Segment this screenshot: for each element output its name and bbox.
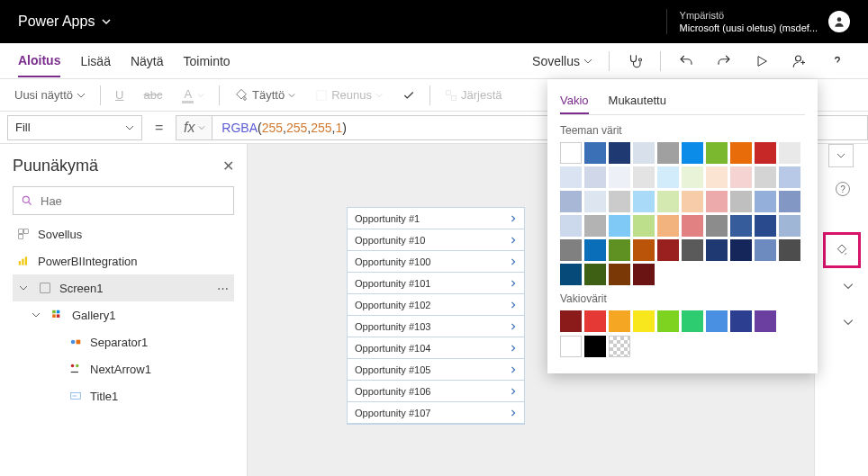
- tab-action[interactable]: Toiminto: [184, 46, 231, 76]
- chevron-down-icon[interactable]: [843, 281, 854, 292]
- tree-item-gallery1[interactable]: Gallery1: [13, 301, 234, 328]
- color-swatch[interactable]: [609, 191, 630, 212]
- color-swatch[interactable]: [682, 215, 703, 237]
- color-swatch[interactable]: [779, 142, 800, 164]
- color-swatch[interactable]: [682, 142, 703, 164]
- color-swatch[interactable]: [657, 142, 679, 164]
- color-swatch[interactable]: [584, 166, 606, 188]
- property-selector[interactable]: Fill: [7, 115, 142, 140]
- color-swatch[interactable]: [779, 239, 800, 261]
- color-swatch[interactable]: [755, 310, 776, 332]
- gallery-preview[interactable]: Opportunity #1Opportunity #10Opportunity…: [347, 207, 525, 425]
- color-swatch[interactable]: [755, 215, 776, 237]
- color-swatch[interactable]: [633, 264, 655, 285]
- info-button[interactable]: ?: [836, 182, 850, 196]
- fill-button[interactable]: Täyttö: [229, 85, 301, 106]
- color-swatch[interactable]: [657, 310, 679, 332]
- color-swatch[interactable]: [706, 191, 728, 212]
- color-swatch[interactable]: [779, 191, 800, 212]
- color-swatch[interactable]: [560, 310, 582, 332]
- brand[interactable]: Power Apps: [18, 13, 111, 30]
- color-swatch[interactable]: [755, 191, 776, 212]
- color-swatch[interactable]: [633, 239, 655, 261]
- color-swatch[interactable]: [560, 166, 582, 188]
- color-swatch[interactable]: [609, 215, 630, 237]
- environment-picker[interactable]: Ympäristö Microsoft (uusi oletus) (msdef…: [666, 9, 818, 35]
- color-swatch[interactable]: [657, 166, 679, 188]
- color-swatch[interactable]: [609, 336, 630, 357]
- tree-item-nextarrow1[interactable]: NextArrow1: [13, 355, 234, 382]
- color-swatch[interactable]: [682, 166, 703, 188]
- gallery-row[interactable]: Opportunity #10: [348, 229, 524, 251]
- color-swatch[interactable]: [584, 215, 606, 237]
- color-swatch[interactable]: [584, 264, 606, 285]
- color-swatch[interactable]: [584, 336, 606, 357]
- avatar[interactable]: [828, 11, 850, 32]
- color-swatch[interactable]: [730, 166, 752, 188]
- search-input[interactable]: [41, 194, 226, 208]
- gallery-row[interactable]: Opportunity #106: [348, 381, 524, 402]
- color-swatch[interactable]: [560, 191, 582, 212]
- color-swatch[interactable]: [657, 239, 679, 261]
- color-swatch[interactable]: [730, 191, 752, 212]
- tree-item-separator1[interactable]: Separator1: [13, 328, 234, 355]
- app-button[interactable]: Sovellus: [529, 50, 596, 72]
- color-swatch[interactable]: [682, 239, 703, 261]
- gallery-row[interactable]: Opportunity #1: [348, 208, 524, 229]
- color-swatch[interactable]: [609, 166, 630, 188]
- gallery-row[interactable]: Opportunity #107: [348, 402, 524, 424]
- gallery-row[interactable]: Opportunity #103: [348, 316, 524, 337]
- more-button[interactable]: ⋯: [217, 282, 231, 295]
- color-swatch[interactable]: [560, 215, 582, 237]
- color-swatch[interactable]: [779, 166, 800, 188]
- color-swatch[interactable]: [755, 239, 776, 261]
- color-swatch[interactable]: [657, 191, 679, 212]
- color-swatch[interactable]: [755, 142, 776, 164]
- gallery-row[interactable]: Opportunity #102: [348, 294, 524, 316]
- color-swatch[interactable]: [706, 239, 728, 261]
- color-swatch[interactable]: [706, 142, 728, 164]
- color-swatch[interactable]: [633, 191, 655, 212]
- color-swatch[interactable]: [755, 166, 776, 188]
- color-swatch[interactable]: [584, 142, 606, 164]
- color-swatch[interactable]: [730, 310, 752, 332]
- redo-button[interactable]: [711, 49, 737, 74]
- play-button[interactable]: [749, 49, 774, 74]
- tab-home[interactable]: Aloitus: [18, 45, 60, 77]
- color-swatch[interactable]: [706, 310, 728, 332]
- color-swatch[interactable]: [706, 166, 728, 188]
- color-swatch[interactable]: [560, 264, 582, 285]
- color-tab-custom[interactable]: Mukautettu: [609, 88, 666, 114]
- new-screen-button[interactable]: Uusi näyttö: [9, 85, 91, 105]
- color-swatch[interactable]: [657, 215, 679, 237]
- chevron-down-icon[interactable]: [843, 317, 854, 328]
- color-swatch[interactable]: [682, 191, 703, 212]
- color-swatch[interactable]: [609, 264, 630, 285]
- color-swatch[interactable]: [584, 191, 606, 212]
- color-swatch[interactable]: [730, 239, 752, 261]
- color-swatch[interactable]: [779, 215, 800, 237]
- color-swatch[interactable]: [584, 239, 606, 261]
- color-swatch[interactable]: [609, 142, 630, 164]
- color-swatch[interactable]: [633, 310, 655, 332]
- tree-item-title1[interactable]: Title1: [13, 382, 234, 409]
- color-swatch[interactable]: [609, 239, 630, 261]
- health-button[interactable]: [622, 49, 647, 74]
- color-tab-standard[interactable]: Vakio: [560, 88, 589, 114]
- gallery-row[interactable]: Opportunity #104: [348, 337, 524, 359]
- checkmark-button[interactable]: [397, 85, 420, 105]
- color-swatch[interactable]: [730, 215, 752, 237]
- tree-item-screen1[interactable]: Screen1 ⋯: [13, 274, 234, 301]
- color-swatch[interactable]: [633, 142, 655, 164]
- color-swatch[interactable]: [560, 336, 582, 357]
- color-swatch[interactable]: [633, 215, 655, 237]
- tab-view[interactable]: Näytä: [131, 46, 164, 76]
- gallery-row[interactable]: Opportunity #105: [348, 359, 524, 381]
- color-swatch[interactable]: [682, 310, 703, 332]
- tab-insert[interactable]: Lisää: [80, 46, 110, 76]
- gallery-row[interactable]: Opportunity #101: [348, 273, 524, 294]
- fill-color-button[interactable]: [823, 232, 861, 268]
- help-button[interactable]: [825, 49, 850, 74]
- share-button[interactable]: [787, 49, 812, 74]
- tree-item-app[interactable]: Sovellus: [13, 220, 234, 247]
